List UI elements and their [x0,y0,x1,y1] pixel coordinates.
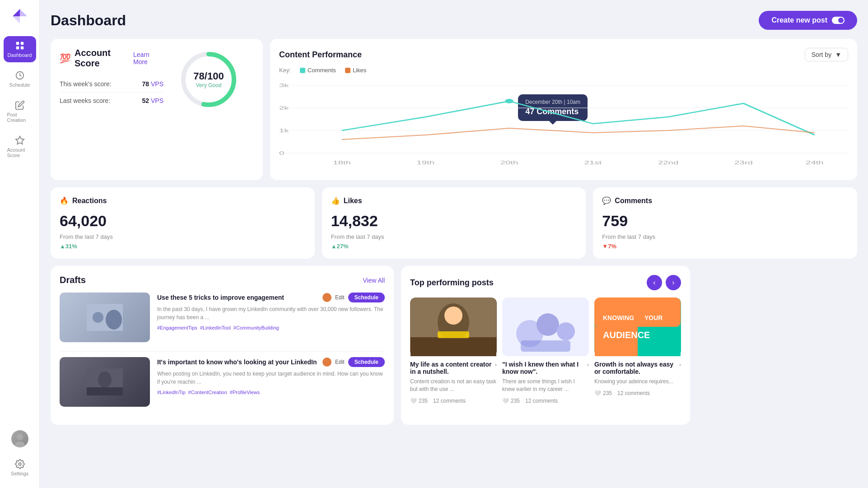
chevron-right-icon: › [587,362,589,368]
post-meta-2: 🤍 235 12 comments [502,398,589,404]
view-all-link[interactable]: View All [363,277,385,284]
key-label: Key: [279,67,291,74]
comments-title: Comments [615,197,652,205]
draft-actions-2: Edit Schedule [322,357,385,367]
draft-edit-button-2[interactable]: Edit [335,359,345,365]
sidebar-item-post-creation[interactable]: Post Creation [4,96,36,127]
heart-icon: 🤍 [502,398,509,404]
svg-text:18th: 18th [333,160,351,165]
post-title-link-1[interactable]: My life as a content creator in a nutshe… [410,361,497,375]
svg-text:3k: 3k [279,83,289,88]
create-post-label: Create new post [771,16,827,24]
sidebar-item-account-score[interactable]: Account Score [4,131,36,163]
svg-point-34 [98,372,112,388]
heart-icon: 🤍 [410,398,417,404]
top-posts-title: Top performing posts [410,278,494,288]
svg-rect-6 [20,46,23,49]
svg-rect-3 [16,42,19,45]
post-likes-2: 🤍 235 [502,398,520,404]
likes-title: Likes [344,197,362,205]
draft-tags-1: #EngagementTips #LinkedInTool #Community… [157,325,385,330]
post-title-link-3[interactable]: Growth is not always easy or comfortable… [594,361,681,375]
comments-period: From the last 7 days [602,233,848,240]
likes-emoji: 👍 [331,196,340,205]
comments-dot [300,68,305,73]
reactions-period: From the last 7 days [60,233,306,240]
post-likes-1: 🤍 235 [410,398,428,404]
toggle-icon [832,17,845,24]
likes-header: 👍 Likes [331,196,577,205]
draft-schedule-button-2[interactable]: Schedule [348,357,385,367]
post-meta-3: 🤍 235 12 comments [594,390,681,396]
comments-header: 💬 Comments [602,196,848,205]
comments-card: 💬 Comments 759 From the last 7 days ▼7% [593,187,857,259]
avatar[interactable] [11,430,28,447]
likes-dot [345,68,350,73]
reactions-title: Reactions [72,197,107,205]
svg-text:23rd: 23rd [734,160,753,165]
sidebar-item-schedule[interactable]: Schedule [4,66,36,92]
post-info-2: "I wish I knew then what I know now". › … [502,356,589,409]
svg-text:20th: 20th [500,160,518,165]
draft-tag: #CommunityBuilding [233,325,279,330]
draft-item: It's important to know who's looking at … [60,357,385,407]
draft-thumbnail-1 [60,293,150,342]
last-week-label: Last weeks score: [60,97,110,104]
svg-text:0: 0 [279,150,284,156]
svg-rect-49 [595,351,681,356]
content-performance-card: Content Performance Sort by ▼ Key: Comme… [270,39,857,180]
post-comments-1: 12 comments [433,398,466,404]
svg-text:19th: 19th [416,160,434,165]
draft-tag: #LinkedInTip [157,390,186,395]
svg-rect-46 [595,297,681,327]
this-week-score-row: This week's score: 78 VPS [60,76,163,93]
draft-header-row-1: Use these 5 tricks to improve engagement… [157,293,385,302]
draft-tag: #EngagementTips [157,325,197,330]
reactions-card: 🔥 Reactions 64,020 From the last 7 days … [51,187,315,259]
top-row: 💯 Account Score Learn More This week's s… [51,39,857,180]
prev-post-button[interactable]: ‹ [647,275,662,290]
nav-buttons: ‹ › [647,275,681,290]
sidebar-item-dashboard[interactable]: Dashboard [4,36,36,62]
sidebar-item-schedule-label: Schedule [9,82,30,88]
sort-by-button[interactable]: Sort by ▼ [805,48,848,61]
reactions-emoji: 🔥 [60,196,69,205]
learn-more-link[interactable]: Learn More [133,51,163,65]
post-thumbnail-1 [410,297,497,356]
top-post-item: "I wish I knew then what I know now". › … [502,297,589,409]
sidebar-item-settings[interactable]: Settings [4,455,36,481]
create-post-button[interactable]: Create new post [759,11,857,30]
post-excerpt-1: Content creation is not an easy task but… [410,378,497,393]
account-score-header: 💯 Account Score Learn More [60,48,163,69]
likes-card: 👍 Likes 14,832 From the last 7 days ▲27% [322,187,586,259]
post-comments-3: 12 comments [617,390,650,396]
next-post-button[interactable]: › [666,275,681,290]
page-title: Dashboard [51,12,126,29]
post-excerpt-3: Knowing your adeince requires... [594,378,681,386]
draft-edit-button-1[interactable]: Edit [335,294,345,301]
svg-text:22nd: 22nd [658,160,678,165]
svg-text:21st: 21st [584,160,602,165]
svg-marker-1 [20,9,27,16]
main-content: Dashboard Create new post 💯 Account Scor… [40,0,868,488]
post-excerpt-2: There are some things I wish I knew earl… [502,378,589,393]
svg-text:AUDIENCE: AUDIENCE [603,330,650,340]
likes-period: From the last 7 days [331,233,577,240]
reactions-value: 64,020 [60,212,306,230]
post-info-3: Growth is not always easy or comfortable… [594,356,681,401]
chevron-right-icon: › [495,362,497,368]
post-title-link-2[interactable]: "I wish I knew then what I know now". › [502,361,589,375]
svg-point-32 [106,310,122,330]
key-comments: Comments [300,67,336,74]
reactions-change: ▲31% [60,243,306,250]
sidebar: Dashboard Schedule Post Creation Account… [0,0,40,488]
gauge-label: 78/100 Very Good [193,70,224,88]
gauge: 78/100 Very Good [163,48,254,111]
chart-key: Key: Comments Likes [279,67,848,74]
draft-item: Use these 5 tricks to improve engagement… [60,293,385,342]
draft-content-1: Use these 5 tricks to improve engagement… [157,293,385,330]
gauge-wrap: 78/100 Very Good [177,48,240,111]
draft-schedule-button-1[interactable]: Schedule [348,293,385,302]
svg-point-11 [19,463,21,465]
post-thumbnail-2 [502,297,589,356]
